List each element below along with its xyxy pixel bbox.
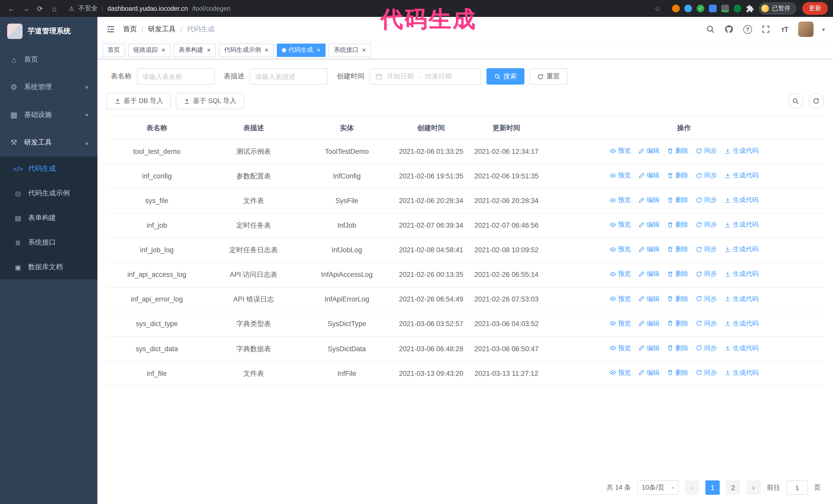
sidebar-item-home[interactable]: ⌂ 首页	[0, 46, 97, 73]
edit-action-link[interactable]: 编辑	[638, 170, 660, 181]
extensions-puzzle-icon[interactable]	[746, 4, 754, 13]
edit-action-link[interactable]: 编辑	[638, 269, 660, 279]
breadcrumb-home[interactable]: 首页	[123, 25, 137, 34]
preview-action-link[interactable]: 预览	[609, 318, 631, 329]
reset-button[interactable]: 重置	[529, 68, 568, 85]
fullscreen-icon[interactable]	[761, 24, 771, 34]
page-size-select[interactable]: 10条/页 ▾	[637, 480, 679, 495]
edit-action-link[interactable]: 编辑	[638, 244, 660, 255]
prev-page-button[interactable]: ‹	[685, 480, 699, 495]
search-icon[interactable]	[706, 24, 716, 34]
tab-close-icon[interactable]: ×	[264, 47, 268, 53]
delete-action-link[interactable]: 删除	[667, 368, 688, 378]
extension-icon-1[interactable]	[672, 5, 680, 12]
tab-codegen-example[interactable]: 代码生成示例 ×	[219, 43, 273, 57]
generate-action-link[interactable]: 生成代码	[724, 146, 758, 156]
search-button[interactable]: 搜索	[486, 68, 524, 85]
generate-action-link[interactable]: 生成代码	[724, 244, 758, 255]
edit-action-link[interactable]: 编辑	[638, 368, 660, 378]
extension-icon-2[interactable]	[684, 5, 692, 12]
delete-action-link[interactable]: 删除	[667, 293, 688, 304]
paused-badge[interactable]: 已暂停	[759, 3, 796, 14]
tab-close-icon[interactable]: ×	[207, 47, 211, 53]
user-menu-caret-icon[interactable]: ▾	[822, 26, 825, 32]
sync-action-link[interactable]: 同步	[695, 170, 717, 181]
edit-action-link[interactable]: 编辑	[638, 343, 660, 353]
extension-icon-4[interactable]	[709, 5, 717, 12]
delete-action-link[interactable]: 删除	[667, 318, 688, 329]
browser-reload-button[interactable]: ⟳	[34, 2, 46, 15]
page-button-1[interactable]: 1	[705, 480, 720, 495]
generate-action-link[interactable]: 生成代码	[724, 220, 758, 230]
preview-action-link[interactable]: 预览	[609, 293, 631, 304]
browser-forward-button[interactable]: →	[20, 2, 32, 15]
generate-action-link[interactable]: 生成代码	[724, 269, 758, 279]
sidebar-toggle-icon[interactable]	[105, 24, 116, 34]
browser-home-button[interactable]: ⌂	[48, 2, 61, 15]
user-avatar[interactable]	[798, 22, 813, 37]
delete-action-link[interactable]: 删除	[667, 195, 688, 205]
edit-action-link[interactable]: 编辑	[638, 195, 660, 205]
tab-tracing[interactable]: 链路追踪 ×	[128, 43, 170, 57]
tab-close-icon[interactable]: ×	[317, 47, 320, 53]
edit-action-link[interactable]: 编辑	[638, 220, 660, 230]
address-bar[interactable]: ⚠ 不安全 | dashboard.yudao.iocoder.cn/tool/…	[63, 4, 667, 13]
toggle-search-button[interactable]	[788, 93, 803, 109]
goto-page-input[interactable]	[786, 480, 808, 495]
sync-action-link[interactable]: 同步	[695, 293, 717, 304]
preview-action-link[interactable]: 预览	[609, 146, 631, 156]
page-button-2[interactable]: 2	[726, 480, 740, 495]
bookmark-star-icon[interactable]: ☆	[654, 4, 661, 13]
preview-action-link[interactable]: 预览	[609, 244, 631, 255]
edit-action-link[interactable]: 编辑	[638, 146, 660, 156]
sidebar-item-infrastructure[interactable]: ▦ 基础设施 ▾	[0, 101, 97, 129]
table-name-input[interactable]	[137, 68, 215, 85]
edit-action-link[interactable]: 编辑	[638, 318, 660, 329]
sync-action-link[interactable]: 同步	[695, 269, 717, 279]
extension-icon-3[interactable]: ✓	[697, 5, 704, 12]
sync-action-link[interactable]: 同步	[695, 343, 717, 353]
sync-action-link[interactable]: 同步	[695, 220, 717, 230]
sidebar-item-database-docs[interactable]: ▣ 数据库文档	[0, 255, 97, 280]
sync-action-link[interactable]: 同步	[695, 368, 717, 378]
next-page-button[interactable]: ›	[746, 480, 761, 495]
preview-action-link[interactable]: 预览	[609, 269, 631, 279]
generate-action-link[interactable]: 生成代码	[724, 318, 758, 329]
browser-back-button[interactable]: ←	[5, 2, 18, 15]
delete-action-link[interactable]: 删除	[667, 343, 688, 353]
sync-action-link[interactable]: 同步	[695, 195, 717, 205]
tab-close-icon[interactable]: ×	[362, 47, 366, 53]
delete-action-link[interactable]: 删除	[667, 269, 688, 279]
sync-action-link[interactable]: 同步	[695, 318, 717, 329]
sidebar-item-dev-tools[interactable]: ⚒ 研发工具 ▴	[0, 129, 97, 157]
sidebar-item-form-builder[interactable]: ▤ 表单构建	[0, 206, 97, 230]
sidebar-item-system-management[interactable]: ⚙ 系统管理 ▾	[0, 73, 97, 101]
refresh-table-button[interactable]	[808, 93, 824, 109]
preview-action-link[interactable]: 预览	[609, 343, 631, 353]
delete-action-link[interactable]: 删除	[667, 146, 688, 156]
delete-action-link[interactable]: 删除	[667, 244, 688, 255]
tab-system-api[interactable]: 系统接口 ×	[329, 43, 371, 57]
tab-home[interactable]: 首页	[102, 43, 125, 57]
extension-icon-5[interactable]	[721, 5, 729, 12]
browser-update-button[interactable]: 更新	[802, 2, 828, 15]
tab-close-icon[interactable]: ×	[162, 47, 165, 53]
extension-icon-6[interactable]	[734, 5, 741, 12]
preview-action-link[interactable]: 预览	[609, 368, 631, 378]
edit-action-link[interactable]: 编辑	[638, 293, 660, 304]
import-db-button[interactable]: 基于 DB 导入	[106, 93, 171, 109]
help-icon[interactable]: ?	[743, 24, 753, 34]
sync-action-link[interactable]: 同步	[695, 244, 717, 255]
generate-action-link[interactable]: 生成代码	[724, 293, 758, 304]
generate-action-link[interactable]: 生成代码	[724, 195, 758, 205]
date-range-picker[interactable]: 开始日期 - 结束日期	[370, 68, 481, 85]
breadcrumb-devtools[interactable]: 研发工具	[148, 25, 176, 34]
sidebar-item-system-api[interactable]: ≣ 系统接口	[0, 230, 97, 255]
delete-action-link[interactable]: 删除	[667, 170, 688, 181]
import-sql-button[interactable]: 基于 SQL 导入	[176, 93, 244, 109]
sidebar-item-codegen[interactable]: </> 代码生成	[0, 157, 97, 181]
font-size-icon[interactable]: ᴛT	[780, 24, 789, 34]
preview-action-link[interactable]: 预览	[609, 195, 631, 205]
preview-action-link[interactable]: 预览	[609, 220, 631, 230]
sidebar-item-codegen-example[interactable]: ◎ 代码生成示例	[0, 181, 97, 206]
